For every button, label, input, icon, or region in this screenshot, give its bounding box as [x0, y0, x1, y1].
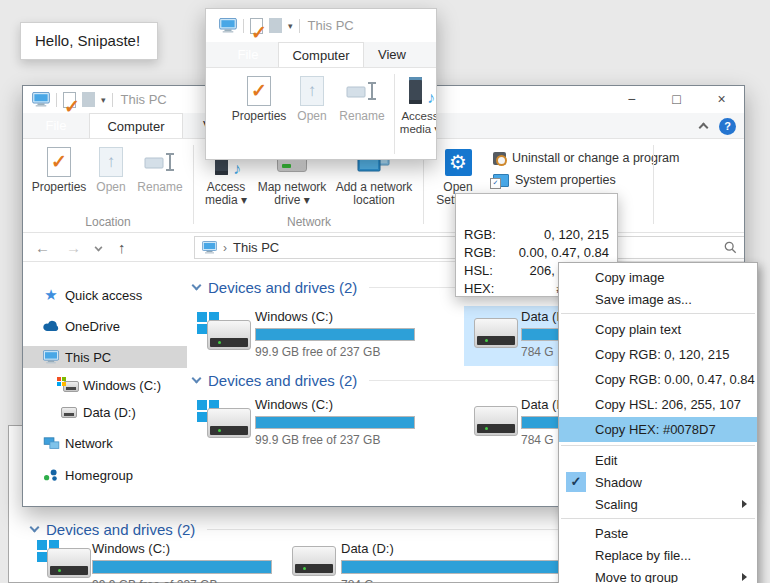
menu-item-scaling[interactable]: Scaling [559, 493, 757, 515]
breadcrumb-separator: › [223, 241, 227, 255]
open-button: Open [290, 72, 334, 142]
minimize-button[interactable]: − [609, 86, 654, 113]
navigation-pane: Quick access OneDrive This PC [23, 262, 187, 506]
this-pc-icon [202, 241, 217, 254]
menu-item-copy-image[interactable]: Copy image [559, 266, 757, 288]
open-button[interactable]: Open [89, 143, 133, 213]
menu-item-copy-plain-text[interactable]: Copy plain text [559, 317, 757, 342]
properties-shortcut-icon[interactable] [63, 92, 76, 108]
drive-item-data-d[interactable]: Data (D:) 784 G [286, 540, 576, 583]
snip-ribbon: Properties Open Rename Access media ▾ [206, 68, 436, 160]
customize-toolbar-icon[interactable]: ▾ [101, 95, 106, 105]
drive-icon [472, 402, 522, 440]
toolbar-doc-icon[interactable] [82, 92, 95, 107]
drive-icon [472, 314, 522, 352]
sidebar-item-quick-access[interactable]: Quick access [23, 284, 187, 306]
gear-icon [445, 149, 472, 176]
divider [112, 93, 113, 107]
access-media-button: Access media ▾ [398, 72, 437, 142]
section-title: Devices and drives (2) [46, 521, 195, 538]
menu-item-move-to-group[interactable]: Move to group [559, 566, 757, 583]
homegroup-icon [41, 468, 61, 482]
snip-title-bar: ▾ This PC [206, 9, 436, 42]
menu-item-copy-hsl[interactable]: Copy HSL: 206, 255, 107 [559, 392, 757, 417]
drive-item-windows-c[interactable]: Windows (C:) 99.9 GB free of 237 GB [197, 308, 447, 366]
sidebar-item-data-d[interactable]: Data (D:) [23, 401, 187, 423]
toolbar-doc-icon [269, 18, 282, 33]
capacity-bar [341, 560, 561, 574]
sidebar-item-windows-c[interactable]: Windows (C:) [23, 374, 187, 396]
recent-locations-icon[interactable] [95, 243, 103, 251]
menu-item-copy-rgb-float[interactable]: Copy RGB: 0.00, 0.47, 0.84 [559, 367, 757, 392]
tab-computer: Computer [278, 42, 364, 67]
snip-window-title: This PC [308, 18, 354, 33]
ribbon-group-label: Location [29, 215, 187, 229]
drive-icon [286, 540, 340, 580]
up-icon[interactable]: ↑ [118, 239, 126, 256]
rename-button: Rename [334, 72, 390, 142]
properties-icon [47, 147, 71, 177]
chevron-down-icon [30, 523, 40, 533]
capacity-bar [255, 328, 415, 341]
drive-name: Data (D:) [341, 541, 561, 556]
menu-item-shadow[interactable]: ✓ Shadow [559, 471, 757, 493]
rename-button[interactable]: Rename [133, 143, 187, 213]
rename-icon [346, 79, 378, 103]
divider [56, 93, 57, 107]
capacity-bar [92, 560, 272, 574]
menu-item-edit[interactable]: Edit [559, 449, 757, 471]
properties-shortcut-icon [250, 18, 263, 34]
navigation-bar: ← → ↑ › This PC [23, 233, 744, 262]
windows-drive-icon [197, 400, 251, 440]
menu-separator [561, 445, 755, 446]
search-icon [724, 241, 737, 254]
uninstall-icon [493, 152, 506, 165]
capacity-bar [255, 416, 415, 429]
note-text: Hello, Snipaste! [35, 32, 140, 49]
media-server-icon [407, 76, 433, 106]
open-icon [99, 147, 123, 177]
onedrive-icon [41, 320, 61, 332]
tab-file[interactable]: File [23, 113, 89, 138]
properties-button[interactable]: Properties [29, 143, 89, 213]
this-pc-icon [219, 18, 237, 33]
system-properties-icon [493, 174, 509, 187]
ribbon-group-label: Network [199, 215, 419, 229]
open-icon [300, 76, 324, 106]
sidebar-item-onedrive[interactable]: OneDrive [23, 315, 187, 337]
menu-item-copy-rgb[interactable]: Copy RGB: 0, 120, 215 [559, 342, 757, 367]
close-button[interactable]: × [699, 86, 744, 113]
maximize-button[interactable]: □ [654, 86, 699, 113]
menu-item-copy-hex[interactable]: Copy HEX: #0078D7 [559, 417, 757, 442]
properties-button: Properties [228, 72, 290, 142]
sidebar-item-network[interactable]: Network [23, 432, 187, 454]
chevron-down-icon [192, 281, 202, 291]
checked-icon: ✓ [566, 472, 586, 492]
drive-item-windows-c[interactable]: Windows (C:) 99.9 GB free of 237 GB [197, 396, 447, 454]
help-icon[interactable]: ? [719, 118, 736, 135]
sidebar-item-homegroup[interactable]: Homegroup [23, 464, 187, 486]
pasted-snip-ribbon[interactable]: ▾ This PC File Computer View Properties … [205, 8, 437, 160]
menu-item-save-image-as[interactable]: Save image as... [559, 288, 757, 310]
drive-free-space: 99.9 GB free of 237 GB [92, 578, 272, 583]
tab-computer[interactable]: Computer [89, 113, 183, 138]
pasted-snip-note[interactable]: Hello, Snipaste! [20, 22, 158, 60]
menu-item-paste[interactable]: Paste [559, 522, 757, 544]
uninstall-program-button[interactable]: Uninstall or change a program [493, 147, 679, 169]
forward-icon[interactable]: → [66, 239, 81, 256]
color-swatch [461, 199, 612, 221]
submenu-arrow-icon [742, 573, 747, 581]
back-icon[interactable]: ← [35, 239, 50, 256]
network-icon [41, 437, 61, 450]
collapse-ribbon-icon[interactable] [699, 123, 709, 133]
menu-item-replace-by-file[interactable]: Replace by file... [559, 544, 757, 566]
window-title: This PC [121, 92, 167, 107]
snipaste-context-menu: Copy image Save image as... Copy plain t… [558, 262, 758, 583]
quick-access-toolbar: ▾ This PC [23, 92, 167, 108]
drive-item-windows-c[interactable]: Windows (C:) 99.9 GB free of 237 GB [37, 540, 277, 583]
system-properties-button[interactable]: System properties [493, 169, 679, 191]
rename-icon [144, 150, 176, 174]
color-row-rgb-float: RGB:0.00, 0.47, 0.84 [456, 244, 617, 262]
sidebar-item-this-pc[interactable]: This PC [23, 346, 187, 368]
drive-name: Windows (C:) [92, 541, 272, 556]
